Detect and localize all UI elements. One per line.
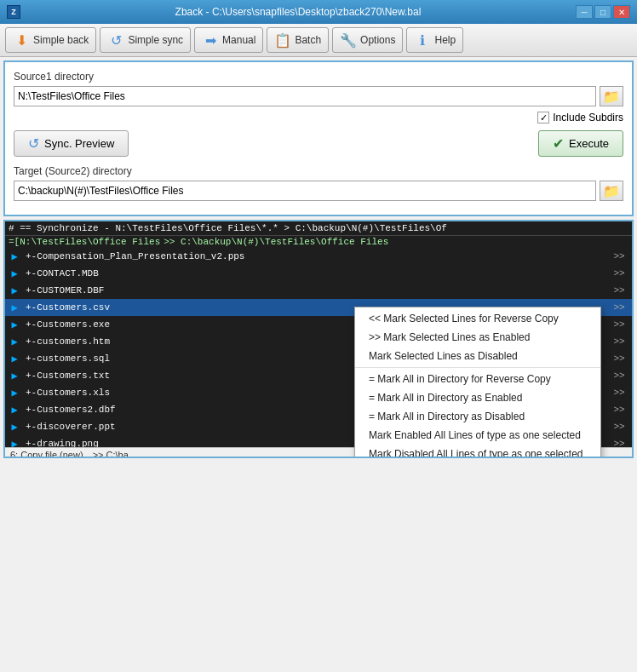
status-right: >> C:\ba [93,450,129,458]
minimize-button[interactable]: ─ [576,5,593,19]
row-arrow: ▶ [5,319,24,331]
batch-label: Batch [295,34,321,46]
row-arrow-right: >> [606,268,632,279]
include-subdirs-checkbox[interactable]: ✓ [537,112,549,123]
toolbar: ⬇ Simple back ↺ Simple sync ➡ Manual 📋 B… [0,24,637,57]
close-button[interactable]: ✕ [613,5,630,19]
execute-label: Execute [569,137,609,150]
row-arrow-right: >> [606,422,632,432]
file-header-text: # == Synchronize - N:\TestFiles\Office F… [9,223,447,233]
table-row[interactable]: ▶ +-CONTACT.MDB >> [5,265,632,282]
file-header: # == Synchronize - N:\TestFiles\Office F… [5,221,632,236]
sync-preview-icon: ↺ [28,135,39,152]
sync-icon: ↺ [107,32,124,49]
row-arrow: ▶ [5,387,24,399]
row-arrow-right: >> [606,285,632,296]
row-arrow: ▶ [5,421,24,434]
title-bar: Z Zback - C:\Users\snapfiles\Desktop\zba… [0,0,637,24]
target-input[interactable] [14,181,596,201]
context-menu-item-mark-disabled[interactable]: Mark Selected Lines as Disabled [355,347,600,365]
include-subdirs-label: Include Subdirs [553,112,623,123]
manual-label: Manual [222,34,255,46]
execute-icon: ✔ [553,135,564,152]
row-arrow-right: >> [606,319,632,330]
row-arrow: ▶ [5,438,24,448]
sync-preview-label: Sync. Preview [44,137,114,150]
simple-sync-button[interactable]: ↺ Simple sync [100,27,191,53]
options-label: Options [360,34,395,46]
back-icon: ⬇ [13,32,30,49]
file-subheader: =[N:\TestFiles\Office Files >> C:\backup… [5,236,632,248]
row-name: +-CONTACT.MDB [24,268,606,279]
row-arrow: ▶ [5,336,24,348]
row-arrow-right: >> [606,370,632,381]
subheader-right: >> C:\backup\N(#)\TestFiles\Office Files [164,237,388,247]
subheader-left: =[N:\TestFiles\Office Files [9,237,160,247]
folder-icon: 📁 [603,89,620,105]
app-icon: Z [7,5,20,19]
row-arrow-right: >> [606,336,632,347]
context-menu-item-mark-disabled-type[interactable]: Mark Disabled All Lines of type as one s… [355,445,600,458]
status-text: 6: Copy file (new) [10,450,83,458]
sync-preview-button[interactable]: ↺ Sync. Preview [14,130,129,157]
row-name: +-CUSTOMER.DBF [24,285,606,296]
source1-browse-button[interactable]: 📁 [600,86,623,106]
row-arrow: ▶ [5,302,24,314]
context-menu-item-mark-all-reverse[interactable]: = Mark All in Directory for Reverse Copy [355,370,600,388]
row-arrow-right: >> [606,302,632,313]
context-menu-item-mark-all-enabled[interactable]: = Mark All in Directory as Enabled [355,388,600,407]
context-menu-item-mark-enabled-type[interactable]: Mark Enabled All Lines of type as one se… [355,426,600,445]
row-arrow: ▶ [5,353,24,365]
batch-button[interactable]: 📋 Batch [267,27,329,53]
context-menu-item-mark-enabled[interactable]: >> Mark Selected Lines as Enabled [355,328,600,347]
target-label: Target (Source2) directory [14,165,623,177]
manual-button[interactable]: ➡ Manual [194,27,263,53]
execute-button[interactable]: ✔ Execute [538,130,623,157]
table-row[interactable]: ▶ +-Compensation_Plan_Presentation_v2.pp… [5,248,632,265]
row-arrow: ▶ [5,370,24,382]
window-title: Zback - C:\Users\snapfiles\Desktop\zback… [20,6,576,18]
row-name: +-Compensation_Plan_Presentation_v2.pps [24,251,606,261]
options-button[interactable]: 🔧 Options [332,27,403,53]
help-label: Help [434,34,456,46]
help-icon: ℹ [414,32,431,49]
simple-sync-label: Simple sync [128,34,183,46]
help-button[interactable]: ℹ Help [406,27,463,53]
table-row[interactable]: ▶ +-CUSTOMER.DBF >> [5,282,632,299]
target-browse-button[interactable]: 📁 [600,181,623,201]
title-buttons: ─ □ ✕ [576,5,630,19]
source1-row: 📁 [14,86,623,106]
target-row: 📁 [14,181,623,201]
row-arrow-right: >> [606,439,632,447]
action-row: ↺ Sync. Preview ✔ Execute [14,130,623,157]
file-section: # == Synchronize - N:\TestFiles\Office F… [3,220,634,458]
row-arrow: ▶ [5,284,24,297]
folder-icon-2: 📁 [603,183,620,199]
simple-back-button[interactable]: ⬇ Simple back [5,27,96,53]
row-arrow-right: >> [606,405,632,415]
row-arrow-right: >> [606,388,632,398]
row-arrow: ▶ [5,250,24,263]
source1-label: Source1 directory [14,71,623,83]
context-menu-separator [355,367,600,368]
include-subdirs-row: ✓ Include Subdirs [14,112,623,123]
context-menu: << Mark Selected Lines for Reverse Copy>… [354,307,601,458]
source1-input[interactable] [14,86,596,106]
batch-icon: 📋 [274,32,291,49]
context-menu-item-mark-reverse[interactable]: << Mark Selected Lines for Reverse Copy [355,309,600,328]
context-menu-item-mark-all-disabled[interactable]: = Mark All in Directory as Disabled [355,407,600,426]
main-form: Source1 directory 📁 ✓ Include Subdirs ↺ … [3,60,634,216]
row-arrow-right: >> [606,353,632,364]
row-arrow: ▶ [5,404,24,416]
row-arrow: ▶ [5,267,24,280]
simple-back-label: Simple back [33,34,89,46]
options-icon: 🔧 [340,32,357,49]
row-arrow-right: >> [606,251,632,261]
manual-icon: ➡ [202,32,219,49]
maximize-button[interactable]: □ [594,5,611,19]
